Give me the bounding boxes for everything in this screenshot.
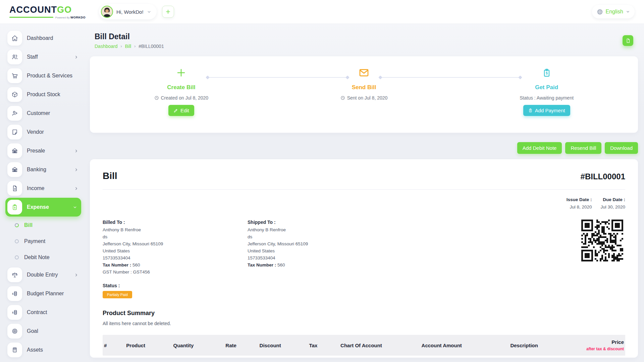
invoice-icon [528,108,533,113]
bill-detail-card: Bill #BILL00001 Issue Date : Jul 8, 2020… [90,159,638,358]
edit-bill-button[interactable]: Edit [168,105,194,116]
step-title: Get Paid [535,84,558,91]
sidebar-item-customer[interactable]: Customer [5,104,81,123]
sidebar-item-dashboard[interactable]: Dashboard [5,29,81,48]
table-header-row: # Product Quantity Rate Discount Tax Cha… [103,335,625,356]
globe-icon [597,9,603,15]
table-row: 1 - - - - - - 0.00$ - 0.00$ [103,356,625,358]
expense-clipboard-icon: $ [7,200,22,215]
shipped-to-block: Shipped To : Anthony B Renfroe ds Jeffer… [248,220,392,274]
svg-text:$: $ [12,293,13,295]
invoice-preview-button[interactable] [623,35,633,46]
add-button[interactable] [162,6,174,18]
logo-text: ACCOUNTGO [9,5,86,15]
step-meta: Sent on Jul 8, 2020 [340,95,388,101]
breadcrumb-dashboard[interactable]: Dashboard [95,44,118,49]
product-summary-title: Product Summary [103,310,625,317]
issue-date-label: Issue Date : [567,197,592,202]
sidebar-subitem-bill[interactable]: Bill [5,217,81,233]
document-icon [7,181,22,196]
step-create-bill: Create Bill Created on Jul 8, 2020 Edit [90,56,273,133]
money-stack-icon: $ [7,286,22,301]
logo-tagline: Powered By WORKDO [55,16,86,19]
topbar: ACCOUNTGO Powered By WORKDO Hi, WorkDo! … [0,0,644,23]
cart-icon [7,68,22,83]
breadcrumb: Dashboard › Bill › #BILL00001 [95,44,164,49]
calculator-icon [7,343,22,357]
app-logo: ACCOUNTGO Powered By WORKDO [9,5,86,19]
avatar [101,6,113,18]
breadcrumb-separator: › [134,44,136,49]
sidebar-item-vendor[interactable]: Vendor [5,123,81,141]
due-date-value: Jul 30, 2020 [600,204,625,209]
box-icon [7,87,22,102]
file-icon [626,38,631,43]
note-icon [7,125,22,139]
download-button[interactable]: Download [605,142,638,154]
sidebar-item-budget-planner[interactable]: $ Budget Planner [5,284,81,303]
add-payment-button[interactable]: Add Payment [523,105,570,116]
due-date-label: Due Date : [600,197,625,202]
sidebar-item-product-services[interactable]: Product & Services [5,66,81,85]
issue-date-value: Jul 8, 2020 [567,204,592,209]
price-subnote: after tax & discount [581,347,624,351]
step-get-paid: $ Get Paid Status : Awaiting payment Add… [455,56,638,133]
user-greeting: Hi, WorkDo! [116,9,144,15]
bill-number: #BILL00001 [581,172,625,181]
users-icon [7,50,22,64]
clock-icon [340,96,345,100]
sidebar-item-double-entry[interactable]: Double Entry [5,265,81,284]
status-badge: Partialy Paid [103,291,132,298]
svg-text:$: $ [14,206,16,209]
breadcrumb-separator: › [121,44,122,49]
user-menu[interactable]: Hi, WorkDo! [99,4,157,19]
sidebar-item-contract[interactable]: $ Contract [5,303,81,322]
sidebar-item-income[interactable]: Income [5,179,81,198]
bullet-icon [15,223,19,227]
bullet-icon [15,255,19,259]
sidebar-item-presale[interactable]: Presale [5,141,81,160]
plus-icon [165,9,171,15]
bill-heading: Bill [103,171,117,181]
sidebar-item-goal[interactable]: Goal [5,322,81,341]
bullet-icon [15,239,19,243]
sidebar-item-banking[interactable]: Banking [5,160,81,179]
mail-icon [359,67,369,78]
chevron-right-icon [74,168,78,172]
sidebar-subitem-debit-note[interactable]: Debit Note [5,249,81,265]
language-label: English [606,9,623,15]
resend-bill-button[interactable]: Resend Bill [565,142,601,154]
bank-icon [7,162,22,177]
sidebar-item-assets[interactable]: Assets [5,341,81,359]
language-selector[interactable]: English [592,5,635,18]
page-title: Bill Detail [95,32,164,41]
step-meta: Status : Awaiting payment [520,95,574,101]
svg-text:$: $ [546,71,548,75]
breadcrumb-bill[interactable]: Bill [125,44,131,49]
svg-text:$: $ [12,311,13,314]
sidebar: Dashboard Staff Product & Services Produ… [0,23,86,362]
bill-progress-card: Create Bill Created on Jul 8, 2020 Edit … [90,56,638,133]
invoice-icon: $ [542,68,551,77]
breadcrumb-current: #BILL00001 [139,44,164,49]
money-stack-icon: $ [7,305,22,320]
target-icon [7,324,22,339]
store-icon [7,143,22,158]
billed-to-block: Billed To : Anthony B Renfroe ds Jeffers… [103,220,248,274]
sidebar-item-product-stock[interactable]: Product Stock [5,85,81,104]
add-debit-note-button[interactable]: Add Debit Note [517,142,562,154]
chevron-right-icon [74,55,78,59]
logo-underline [9,17,53,18]
sidebar-item-staff[interactable]: Staff [5,48,81,66]
product-table: # Product Quantity Rate Discount Tax Cha… [103,335,625,358]
sidebar-subitem-payment[interactable]: Payment [5,233,81,249]
step-title: Send Bill [352,84,376,91]
bill-dates: Issue Date : Jul 8, 2020 Due Date : Jul … [103,197,625,209]
divider [103,189,625,190]
status-block: Status : Partialy Paid [103,283,625,298]
chevron-down-icon [73,205,77,209]
step-title: Create Bill [167,84,195,91]
sidebar-item-expense[interactable]: $ Expense [5,198,81,217]
status-label: Status : [103,283,625,288]
home-icon [7,31,22,46]
